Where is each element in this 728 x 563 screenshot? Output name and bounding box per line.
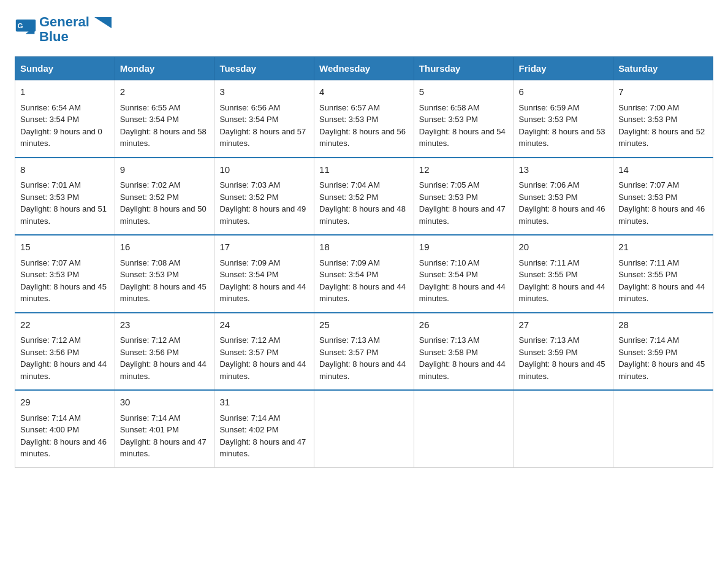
day-number: 24	[219, 318, 309, 332]
calendar-cell	[414, 390, 514, 467]
sunrise-text: Sunrise: 6:54 AM	[20, 103, 81, 112]
day-number: 14	[618, 163, 708, 177]
daylight-text: Daylight: 8 hours and 57 minutes.	[219, 127, 306, 148]
svg-text:G: G	[18, 21, 23, 29]
daylight-text: Daylight: 8 hours and 44 minutes.	[219, 282, 306, 304]
calendar-cell: 18Sunrise: 7:09 AMSunset: 3:54 PMDayligh…	[314, 235, 414, 313]
daylight-text: Daylight: 8 hours and 45 minutes.	[618, 359, 705, 381]
sunrise-text: Sunrise: 7:12 AM	[120, 335, 181, 345]
sunrise-text: Sunrise: 7:08 AM	[120, 258, 181, 267]
calendar-cell: 6Sunrise: 6:59 AMSunset: 3:53 PMDaylight…	[514, 80, 613, 158]
calendar-cell: 27Sunrise: 7:13 AMSunset: 3:59 PMDayligh…	[514, 313, 613, 391]
calendar-cell: 25Sunrise: 7:13 AMSunset: 3:57 PMDayligh…	[314, 313, 414, 391]
col-header-thursday: Thursday	[414, 57, 514, 80]
col-header-saturday: Saturday	[613, 57, 713, 80]
day-number: 17	[219, 240, 309, 255]
day-number: 5	[419, 85, 509, 99]
sunset-text: Sunset: 3:54 PM	[120, 115, 179, 124]
daylight-text: Daylight: 8 hours and 46 minutes.	[618, 204, 705, 226]
daylight-text: Daylight: 8 hours and 45 minutes.	[120, 282, 207, 304]
sunset-text: Sunset: 3:53 PM	[519, 193, 578, 202]
sunset-text: Sunset: 3:54 PM	[219, 270, 278, 279]
sunset-text: Sunset: 3:57 PM	[319, 348, 378, 357]
daylight-text: Daylight: 8 hours and 44 minutes.	[219, 359, 306, 381]
day-number: 8	[20, 163, 110, 177]
svg-marker-3	[94, 17, 112, 28]
sunset-text: Sunset: 3:59 PM	[519, 348, 578, 357]
logo: G General Blue	[15, 15, 112, 44]
sunset-text: Sunset: 3:52 PM	[319, 193, 378, 202]
day-number: 30	[120, 396, 210, 410]
day-number: 3	[219, 85, 309, 99]
calendar-week-row: 1Sunrise: 6:54 AMSunset: 3:54 PMDaylight…	[15, 80, 713, 158]
calendar-cell: 3Sunrise: 6:56 AMSunset: 3:54 PMDaylight…	[214, 80, 314, 158]
calendar-cell: 1Sunrise: 6:54 AMSunset: 3:54 PMDaylight…	[15, 80, 115, 158]
calendar-cell: 10Sunrise: 7:03 AMSunset: 3:52 PMDayligh…	[214, 158, 314, 236]
calendar-cell: 2Sunrise: 6:55 AMSunset: 3:54 PMDaylight…	[115, 80, 214, 158]
sunrise-text: Sunrise: 7:00 AM	[618, 103, 679, 112]
sunrise-text: Sunrise: 7:07 AM	[20, 258, 81, 267]
sunrise-text: Sunrise: 7:04 AM	[319, 180, 380, 190]
sunset-text: Sunset: 4:00 PM	[20, 425, 79, 434]
calendar-cell: 28Sunrise: 7:14 AMSunset: 3:59 PMDayligh…	[613, 313, 713, 391]
day-number: 15	[20, 240, 110, 255]
calendar-week-row: 29Sunrise: 7:14 AMSunset: 4:00 PMDayligh…	[15, 390, 713, 467]
day-number: 31	[219, 396, 309, 410]
daylight-text: Daylight: 8 hours and 46 minutes.	[20, 437, 107, 459]
daylight-text: Daylight: 8 hours and 52 minutes.	[618, 127, 705, 148]
day-number: 1	[20, 85, 110, 99]
sunset-text: Sunset: 3:52 PM	[120, 193, 179, 202]
sunrise-text: Sunrise: 6:57 AM	[319, 103, 380, 112]
day-number: 23	[120, 318, 210, 332]
sunset-text: Sunset: 3:52 PM	[219, 193, 278, 202]
sunset-text: Sunset: 3:53 PM	[20, 193, 79, 202]
calendar-cell: 16Sunrise: 7:08 AMSunset: 3:53 PMDayligh…	[115, 235, 214, 313]
daylight-text: Daylight: 8 hours and 49 minutes.	[219, 204, 306, 226]
day-number: 12	[419, 163, 509, 177]
sunrise-text: Sunrise: 7:10 AM	[419, 258, 480, 267]
day-number: 29	[20, 396, 110, 410]
calendar-cell: 14Sunrise: 7:07 AMSunset: 3:53 PMDayligh…	[613, 158, 713, 236]
daylight-text: Daylight: 8 hours and 44 minutes.	[519, 282, 605, 304]
calendar-cell: 20Sunrise: 7:11 AMSunset: 3:55 PMDayligh…	[514, 235, 613, 313]
sunset-text: Sunset: 4:01 PM	[120, 425, 179, 434]
calendar-cell: 11Sunrise: 7:04 AMSunset: 3:52 PMDayligh…	[314, 158, 414, 236]
calendar-cell: 31Sunrise: 7:14 AMSunset: 4:02 PMDayligh…	[214, 390, 314, 467]
daylight-text: Daylight: 8 hours and 56 minutes.	[319, 127, 406, 148]
calendar-table: SundayMondayTuesdayWednesdayThursdayFrid…	[15, 56, 713, 468]
col-header-friday: Friday	[514, 57, 613, 80]
sunrise-text: Sunrise: 7:14 AM	[219, 413, 280, 423]
sunset-text: Sunset: 3:59 PM	[618, 348, 677, 357]
daylight-text: Daylight: 8 hours and 44 minutes.	[419, 282, 506, 304]
daylight-text: Daylight: 8 hours and 53 minutes.	[519, 127, 605, 148]
logo-icon: G	[15, 18, 37, 40]
sunrise-text: Sunrise: 7:13 AM	[419, 335, 480, 345]
calendar-cell: 8Sunrise: 7:01 AMSunset: 3:53 PMDaylight…	[15, 158, 115, 236]
sunrise-text: Sunrise: 7:11 AM	[618, 258, 679, 267]
sunset-text: Sunset: 3:54 PM	[319, 270, 378, 279]
sunrise-text: Sunrise: 7:13 AM	[519, 335, 580, 345]
day-number: 20	[519, 240, 609, 255]
sunset-text: Sunset: 3:56 PM	[20, 348, 79, 357]
sunrise-text: Sunrise: 7:14 AM	[618, 335, 679, 345]
day-number: 19	[419, 240, 509, 255]
sunset-text: Sunset: 3:53 PM	[419, 193, 478, 202]
sunrise-text: Sunrise: 7:14 AM	[20, 413, 81, 423]
calendar-week-row: 22Sunrise: 7:12 AMSunset: 3:56 PMDayligh…	[15, 313, 713, 391]
day-number: 13	[519, 163, 609, 177]
daylight-text: Daylight: 8 hours and 45 minutes.	[519, 359, 605, 381]
daylight-text: Daylight: 8 hours and 48 minutes.	[319, 204, 406, 226]
day-number: 18	[319, 240, 409, 255]
calendar-cell: 4Sunrise: 6:57 AMSunset: 3:53 PMDaylight…	[314, 80, 414, 158]
sunrise-text: Sunrise: 6:58 AM	[419, 103, 480, 112]
daylight-text: Daylight: 8 hours and 44 minutes.	[618, 282, 705, 304]
sunset-text: Sunset: 4:02 PM	[219, 425, 278, 434]
sunrise-text: Sunrise: 7:07 AM	[618, 180, 679, 190]
calendar-cell: 7Sunrise: 7:00 AMSunset: 3:53 PMDaylight…	[613, 80, 713, 158]
day-number: 11	[319, 163, 409, 177]
calendar-cell	[514, 390, 613, 467]
day-number: 4	[319, 85, 409, 99]
sunset-text: Sunset: 3:54 PM	[219, 115, 278, 124]
page-header: G General Blue	[15, 15, 713, 44]
daylight-text: Daylight: 8 hours and 44 minutes.	[20, 359, 107, 381]
